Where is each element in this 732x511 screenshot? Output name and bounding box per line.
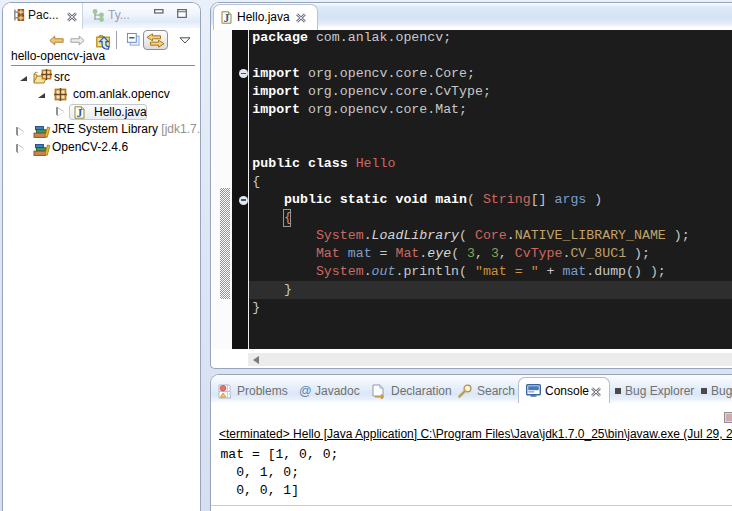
svg-text:J: J xyxy=(224,12,230,24)
svg-text:J: J xyxy=(77,107,83,119)
